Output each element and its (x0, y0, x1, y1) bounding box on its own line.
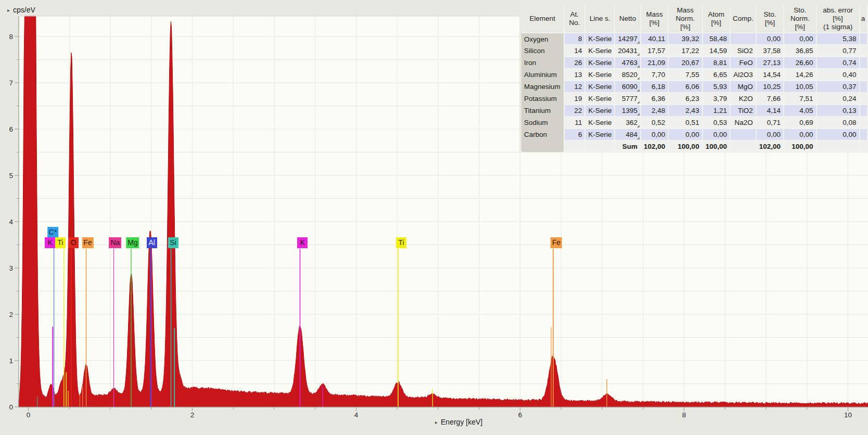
cell-line[interactable]: K-Serie (585, 69, 615, 81)
cell-sto[interactable]: 0,00 (756, 33, 784, 45)
cell-stub[interactable] (860, 93, 867, 105)
cell-mass_norm[interactable]: 6,06 (668, 81, 702, 93)
cell-at_no[interactable]: 8 (564, 33, 585, 45)
cell-mass_norm[interactable]: 7,55 (668, 69, 702, 81)
cell-comp[interactable]: Al2O3 (730, 69, 756, 81)
cell-sto_norm[interactable]: 100,00 (784, 140, 816, 152)
cell-at_no[interactable]: 26 (564, 57, 585, 69)
cell-sto_norm[interactable]: 4,05 (784, 105, 816, 117)
cell-sto[interactable]: 102,00 (756, 140, 784, 152)
cell-netto[interactable]: 362 (615, 117, 641, 129)
column-header-mass[interactable]: Mass[%] (641, 5, 668, 33)
element-label-C[interactable]: C* (47, 227, 59, 238)
cell-at_no[interactable]: 22 (564, 105, 585, 117)
cell-mass[interactable]: 21,09 (641, 57, 668, 69)
element-label-K[interactable]: K (45, 237, 55, 248)
cell-abs_err[interactable]: 0,13 (816, 105, 860, 117)
cell-sto[interactable]: 0,00 (756, 129, 784, 140)
cell-comp[interactable] (730, 129, 756, 140)
cell-element[interactable]: Carbon (521, 129, 564, 140)
column-header-netto[interactable]: Netto (615, 5, 641, 33)
cell-abs_err[interactable]: 0,37 (816, 81, 860, 93)
collapse-arrow-icon[interactable]: ▸ (7, 7, 10, 13)
column-header-mass_norm[interactable]: Mass Norm.[%] (668, 5, 702, 33)
element-label-Fe[interactable]: Fe (82, 237, 93, 248)
cell-netto[interactable]: 8520 (615, 69, 641, 81)
cell-abs_err[interactable]: 0,40 (816, 69, 860, 81)
cell-mass_norm[interactable]: 17,22 (668, 45, 702, 57)
cell-atom[interactable]: 5,93 (703, 81, 730, 93)
cell-netto[interactable]: Sum (615, 140, 641, 152)
cell-mass[interactable]: 6,18 (641, 81, 668, 93)
cell-abs_err[interactable] (816, 140, 860, 152)
cell-element[interactable]: Aluminium (521, 69, 564, 81)
column-header-line[interactable]: Line s. (585, 5, 615, 33)
cell-netto[interactable]: 1395 (615, 105, 641, 117)
cell-comp[interactable]: K2O (730, 93, 756, 105)
column-header-atom[interactable]: Atom[%] (703, 5, 730, 33)
cell-atom[interactable]: 100,00 (703, 140, 730, 152)
cell-at_no[interactable]: 13 (564, 69, 585, 81)
cell-mass[interactable]: 102,00 (641, 140, 668, 152)
element-label-Mg[interactable]: Mg (126, 237, 139, 248)
cell-mass_norm[interactable]: 0,00 (668, 129, 702, 140)
cell-sto_norm[interactable]: 0,00 (784, 129, 816, 140)
cell-sto[interactable]: 37,58 (756, 45, 784, 57)
column-header-sto[interactable]: Sto.[%] (756, 5, 784, 33)
cell-mass_norm[interactable]: 6,23 (668, 93, 702, 105)
column-header-abs_err[interactable]: abs. error [%](1 sigma) (816, 5, 860, 33)
cell-mass_norm[interactable]: 100,00 (668, 140, 702, 152)
cell-stub[interactable] (860, 33, 867, 45)
cell-at_no[interactable]: 6 (564, 129, 585, 140)
column-header-sto_norm[interactable]: Sto. Norm.[%] (784, 5, 816, 33)
collapse-arrow-icon[interactable]: ▸ (435, 419, 438, 425)
cell-mass[interactable]: 0,52 (641, 117, 668, 129)
cell-element[interactable]: Silicon (521, 45, 564, 57)
cell-element[interactable]: Potassium (521, 93, 564, 105)
cell-line[interactable]: K-Serie (585, 129, 615, 140)
cell-line[interactable]: K-Serie (585, 105, 615, 117)
cell-at_no[interactable]: 12 (564, 81, 585, 93)
cell-line[interactable]: K-Serie (585, 33, 615, 45)
cell-atom[interactable]: 0,00 (703, 129, 730, 140)
cell-abs_err[interactable]: 0,00 (816, 129, 860, 140)
cell-mass_norm[interactable]: 20,67 (668, 57, 702, 69)
cell-stub[interactable] (860, 69, 867, 81)
cell-at_no[interactable] (564, 140, 585, 152)
cell-mass[interactable]: 17,57 (641, 45, 668, 57)
cell-comp[interactable]: Na2O (730, 117, 756, 129)
cell-sto[interactable]: 10,25 (756, 81, 784, 93)
cell-mass_norm[interactable]: 2,43 (668, 105, 702, 117)
column-header-comp[interactable]: Comp. (730, 5, 756, 33)
cell-netto[interactable]: 20431 (615, 45, 641, 57)
cell-mass[interactable]: 6,36 (641, 93, 668, 105)
cell-sto[interactable]: 7,66 (756, 93, 784, 105)
cell-atom[interactable]: 8,81 (703, 57, 730, 69)
cell-element[interactable]: Sodium (521, 117, 564, 129)
element-label-Ti[interactable]: Ti (396, 237, 406, 248)
cell-stub[interactable] (860, 81, 867, 93)
cell-element[interactable]: Oxygen (521, 33, 564, 45)
element-label-Ti[interactable]: Ti (55, 237, 66, 248)
cell-netto[interactable]: 4763 (615, 57, 641, 69)
cell-comp[interactable] (730, 140, 756, 152)
cell-sto_norm[interactable]: 0,00 (784, 33, 816, 45)
cell-abs_err[interactable]: 0,77 (816, 45, 860, 57)
cell-abs_err[interactable]: 5,38 (816, 33, 860, 45)
element-label-O[interactable]: O (68, 237, 79, 248)
cell-stub[interactable] (860, 45, 867, 57)
element-label-K[interactable]: K (297, 237, 308, 248)
cell-sto_norm[interactable]: 7,51 (784, 93, 816, 105)
cell-atom[interactable]: 3,79 (703, 93, 730, 105)
cell-at_no[interactable]: 14 (564, 45, 585, 57)
cell-sto[interactable]: 4,14 (756, 105, 784, 117)
cell-line[interactable]: K-Serie (585, 93, 615, 105)
element-label-Fe[interactable]: Fe (551, 237, 562, 248)
cell-mass[interactable]: 40,11 (641, 33, 668, 45)
cell-line[interactable] (585, 140, 615, 152)
cell-atom[interactable]: 1,21 (703, 105, 730, 117)
cell-netto[interactable]: 14297 (615, 33, 641, 45)
cell-netto[interactable]: 6090 (615, 81, 641, 93)
cell-sto_norm[interactable]: 14,26 (784, 69, 816, 81)
cell-stub[interactable] (860, 57, 867, 69)
